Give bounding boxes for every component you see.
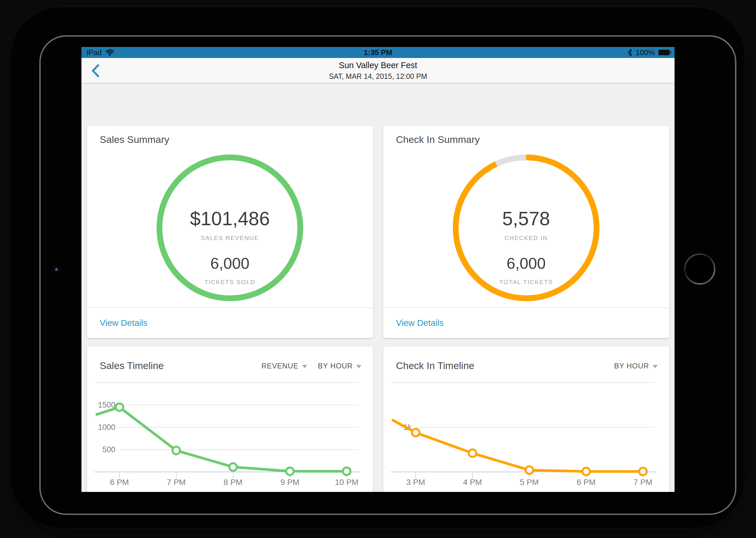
- svg-text:500: 500: [102, 445, 115, 454]
- app-screen: iPad 1:35 PM 100%: [81, 47, 675, 492]
- caret-down-icon: [356, 365, 361, 368]
- svg-text:9 PM: 9 PM: [280, 478, 299, 487]
- caret-down-icon: [653, 365, 658, 368]
- total-tickets-value: 6,000: [453, 255, 600, 271]
- checkin-view-details-row[interactable]: View Details: [383, 307, 669, 338]
- checkin-interval-dropdown-label: BY HOUR: [614, 362, 649, 370]
- caret-down-icon: [302, 365, 307, 368]
- sales-timeline-card: 500100015006 PM7 PM8 PM9 PM10 PM Sales T…: [87, 347, 373, 492]
- carrier-label: iPad: [87, 48, 102, 57]
- front-camera: [53, 266, 60, 273]
- tickets-sold-label: TICKETS SOLD: [156, 279, 303, 285]
- wifi-icon: [105, 49, 115, 56]
- event-datetime: SAT, MAR 14, 2015, 12:00 PM: [329, 72, 427, 81]
- sales-revenue-label: SALES REVENUE: [156, 235, 303, 241]
- checked-in-label: CHECKED IN: [453, 235, 600, 241]
- sales-summary-title: Sales Summary: [100, 134, 169, 145]
- screenshot-stage: iPad 1:35 PM 100%: [0, 0, 756, 538]
- home-button[interactable]: [684, 253, 716, 285]
- event-title: Sun Valley Beer Fest: [339, 61, 417, 70]
- sales-revenue-value: $101,486: [156, 209, 303, 229]
- sales-view-details-link[interactable]: View Details: [100, 318, 147, 328]
- bluetooth-icon: [627, 49, 632, 57]
- battery-icon: [658, 50, 671, 55]
- sales-summary-card: Sales Summary $101,486 SALES REVENUE 6,0…: [87, 126, 373, 338]
- status-bar: iPad 1:35 PM 100%: [81, 47, 675, 58]
- svg-text:10 PM: 10 PM: [335, 478, 358, 487]
- clock-label: 1:35 PM: [364, 48, 392, 57]
- dashboard-content: Sales Summary $101,486 SALES REVENUE 6,0…: [81, 83, 675, 492]
- camera-lens-icon: [55, 268, 59, 272]
- svg-text:3 PM: 3 PM: [406, 478, 425, 487]
- checkin-view-details-link[interactable]: View Details: [396, 318, 444, 328]
- svg-text:7 PM: 7 PM: [167, 478, 186, 487]
- sales-view-details-row[interactable]: View Details: [87, 307, 373, 338]
- sales-timeline-title: Sales Timeline: [100, 360, 164, 371]
- sales-revenue-ring: $101,486 SALES REVENUE 6,000 TICKETS SOL…: [156, 154, 303, 301]
- nav-bar: Sun Valley Beer Fest SAT, MAR 14, 2015, …: [81, 58, 675, 83]
- sales-interval-dropdown-label: BY HOUR: [318, 362, 353, 370]
- metric-dropdown[interactable]: REVENUE: [261, 362, 307, 370]
- svg-text:8 PM: 8 PM: [224, 478, 243, 487]
- checkin-interval-dropdown[interactable]: BY HOUR: [614, 362, 658, 370]
- checkin-ring-text: 5,578 CHECKED IN 6,000 TOTAL TICKETS: [453, 154, 600, 285]
- svg-text:5 PM: 5 PM: [520, 478, 539, 487]
- checkin-timeline-title: Check In Timeline: [396, 360, 474, 371]
- total-tickets-label: TOTAL TICKETS: [453, 279, 600, 285]
- svg-text:7 PM: 7 PM: [633, 478, 652, 487]
- sales-ring-text: $101,486 SALES REVENUE 6,000 TICKETS SOL…: [156, 154, 303, 285]
- battery-percent-label: 100%: [636, 48, 655, 57]
- checkin-progress-ring: 5,578 CHECKED IN 6,000 TOTAL TICKETS: [453, 154, 600, 301]
- svg-text:6 PM: 6 PM: [110, 478, 129, 487]
- checkin-summary-title: Check In Summary: [396, 134, 480, 145]
- svg-text:1000: 1000: [98, 423, 115, 432]
- tickets-sold-value: 6,000: [156, 255, 303, 271]
- sales-interval-dropdown[interactable]: BY HOUR: [318, 362, 361, 370]
- svg-text:4 PM: 4 PM: [463, 478, 482, 487]
- svg-text:6 PM: 6 PM: [576, 478, 595, 487]
- checkin-timeline-card: 1k3 PM4 PM5 PM6 PM7 PM Check In Timeline…: [383, 347, 669, 492]
- checked-in-value: 5,578: [453, 209, 600, 229]
- checkin-summary-card: Check In Summary 5,578 CHECKED IN 6,000 …: [383, 126, 669, 338]
- metric-dropdown-label: REVENUE: [261, 362, 298, 370]
